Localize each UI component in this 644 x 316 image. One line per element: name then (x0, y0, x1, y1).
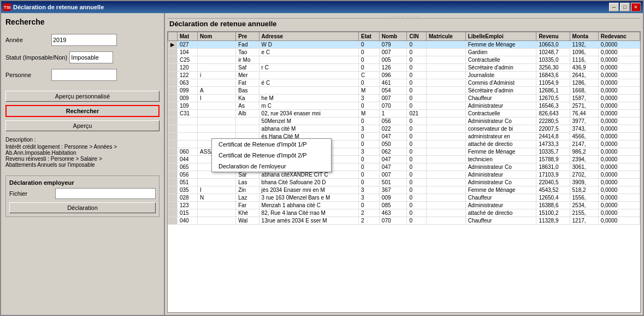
statut-select[interactable]: Imposable Non (69, 51, 113, 63)
cell-1: 040 (178, 217, 198, 225)
cell-3: Ka (236, 95, 259, 102)
cell-9: Administrateur (465, 171, 536, 179)
apercu-personnalise-button[interactable]: Aperçu personnalisé (5, 91, 159, 102)
app-icon: TSI (3, 3, 11, 11)
table-row[interactable]: 120Safr C01260Sécrétaire d'admin3256,304… (168, 64, 640, 72)
cell-5: 2 (359, 209, 380, 217)
col-mat: Mat (178, 32, 198, 41)
table-row[interactable]: 122iMerC0960Journaliste16843,62641,0,000… (168, 72, 640, 79)
cell-6: 056 (379, 118, 407, 125)
apercu-button[interactable]: Aperçu (5, 120, 159, 131)
cell-5: 3 (359, 95, 380, 102)
cell-0 (168, 118, 178, 125)
cell-6: 054 (379, 87, 407, 95)
cell-10: 14733,3 (536, 141, 570, 148)
cell-5: 3 (359, 148, 380, 156)
cell-11: 1286, (570, 79, 598, 87)
table-row[interactable]: C25ir Mo00050Contractuelle10335,01116,0,… (168, 56, 640, 64)
fichier-input[interactable] (55, 188, 156, 199)
table-row[interactable]: 035IZinjès 2034 Enaser mni en M33670Femm… (168, 186, 640, 194)
cell-0 (168, 171, 178, 179)
cell-8 (426, 79, 465, 87)
table-row[interactable]: 015Khé82, Rue 4 lana Cité rrao M24630att… (168, 209, 640, 217)
table-row[interactable]: C31Alb02, rue 2034 enaser mniM1021Contra… (168, 110, 640, 118)
personne-select[interactable] (51, 69, 117, 81)
cell-0 (168, 49, 178, 56)
rechercher-button[interactable]: Rechercher (5, 105, 159, 117)
cell-10: 826,643 (536, 110, 570, 118)
close-button[interactable]: ✕ (631, 3, 641, 11)
context-menu-item-3[interactable]: Declaration de l'emloyeur (212, 161, 331, 172)
col-monta: Monta (570, 32, 598, 41)
cell-5: C (359, 72, 380, 79)
table-row[interactable]: 104Taoe C00070Gardien10248,71096,0,0000 (168, 49, 640, 56)
left-panel: Recherche Année 2019 2018 2017 Statut (I… (1, 13, 165, 315)
cell-12: 0,0000 (598, 125, 640, 133)
table-row[interactable]: 051Lasbhana Cité Safouane 20 D05010Admin… (168, 179, 640, 186)
cell-12: 0,0000 (598, 141, 640, 148)
cell-11: 518,2 (570, 186, 598, 194)
cell-2 (198, 125, 236, 133)
table-row[interactable]: 009IKahe M30070Chauffeur12670,51587,0,00… (168, 95, 640, 102)
cell-9: administrateur en (465, 133, 536, 141)
panel-title: Recherche (5, 17, 159, 26)
cell-3: Far (236, 202, 259, 209)
cell-9: Administrateur (465, 102, 536, 110)
table-body: ▶027FadW D00790Femme de Ménage10663,0119… (168, 41, 640, 225)
main-window: TSI Déclaration de retenue annuelle ─ □ … (0, 0, 644, 316)
table-row[interactable]: ▶027FadW D00790Femme de Ménage10663,0119… (168, 41, 640, 49)
cell-3: Las (236, 179, 259, 186)
cell-7: 021 (407, 110, 427, 118)
cell-12: 0,0000 (598, 95, 640, 102)
cell-12: 0,0000 (598, 148, 640, 156)
cell-3 (236, 125, 259, 133)
table-row[interactable]: 123FarMenzah 1 abhana cité C00850Adminis… (168, 202, 640, 209)
cell-3: Fat (236, 79, 259, 87)
cell-7: 0 (407, 133, 427, 141)
cell-7: 0 (407, 179, 427, 186)
cell-6: 461 (379, 79, 407, 87)
cell-5: M (359, 87, 380, 95)
cell-5: 0 (359, 102, 380, 110)
cell-12: 0,0000 (598, 49, 640, 56)
table-row[interactable]: 040Wal13rue amès 2034 E sser M20700Chauf… (168, 217, 640, 225)
col-etat: Etat (359, 32, 380, 41)
cell-7: 0 (407, 79, 427, 87)
year-select[interactable]: 2019 2018 2017 (51, 34, 117, 46)
cell-10: 16843,6 (536, 72, 570, 79)
cell-1 (178, 118, 198, 125)
cell-11: 436,9 (570, 64, 598, 72)
cell-1: 015 (178, 209, 198, 217)
cell-11: 1556, (570, 194, 598, 202)
cell-11: 2702, (570, 171, 598, 179)
cell-6: 050 (379, 141, 407, 148)
cell-12: 0,0000 (598, 56, 640, 64)
cell-1: 044 (178, 156, 198, 163)
declaration-button[interactable]: Déclaration (9, 202, 156, 213)
maximize-button[interactable]: □ (620, 3, 630, 11)
table-row[interactable]: 50Menzel M00560Administrateur Co22280,53… (168, 118, 640, 125)
description-line-2: Ab.Ann.Imposable.Habitation (5, 150, 159, 156)
cell-2 (198, 49, 236, 56)
cell-9: Femme de Ménage (465, 148, 536, 156)
cell-11: 4566, (570, 133, 598, 141)
table-row[interactable]: 109Asm C00700Administrateur16546,32571,0… (168, 102, 640, 110)
table-row[interactable]: 028NLaz3 rue 163 0Menzel Bars e M30090Ch… (168, 194, 640, 202)
cell-11: 1096, (570, 49, 598, 56)
table-row[interactable]: 063Faté C04610Commis d'Administ11054,912… (168, 79, 640, 87)
context-menu-item-2[interactable]: Certificat de Retenue d'Impôt 2/P (212, 150, 331, 161)
cell-10: 12670,5 (536, 95, 570, 102)
context-menu-item-1[interactable]: Certificat de Retenue d'Impôt 1/P (212, 139, 331, 150)
cell-3: Bas (236, 87, 259, 95)
cell-8 (426, 72, 465, 79)
cell-9: Journaliste (465, 72, 536, 79)
cell-8 (426, 156, 465, 163)
minimize-button[interactable]: ─ (609, 3, 619, 11)
cell-11: 76,44 (570, 110, 598, 118)
table-row[interactable]: abhana cité M30220conservateur de bi2200… (168, 125, 640, 133)
cell-8 (426, 125, 465, 133)
cell-8 (426, 133, 465, 141)
table-row[interactable]: 099ABasM0540Sécrétaire d'admin12686,1166… (168, 87, 640, 95)
cell-7: 0 (407, 171, 427, 179)
cell-10: 24414,8 (536, 133, 570, 141)
